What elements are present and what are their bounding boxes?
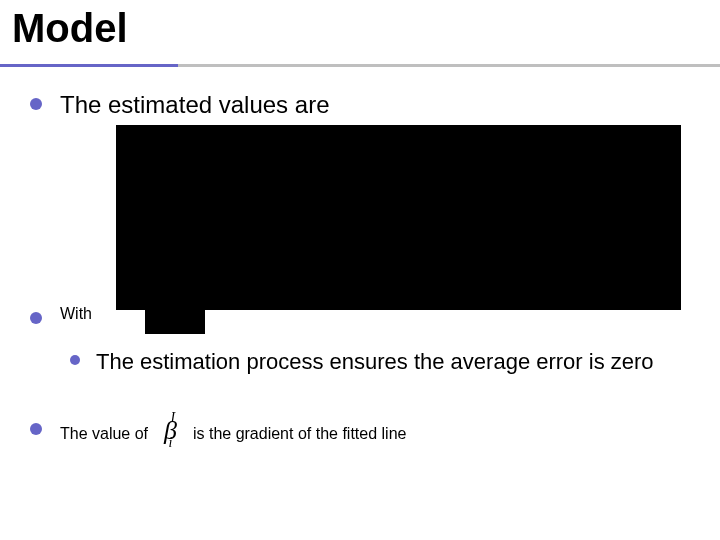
- bullet-2: With: [20, 304, 700, 324]
- bullet-1-text: The estimated values are: [60, 91, 329, 118]
- bullet-3-container: The value of β I i is the gradient of th…: [20, 415, 700, 458]
- bullet-1: The estimated values are: [20, 90, 700, 120]
- bullet-3-prefix: The value of: [60, 425, 153, 442]
- bullet-3-suffix: is the gradient of the fitted line: [193, 425, 406, 442]
- bullet-2-text: With: [60, 305, 92, 322]
- slide-title: Model: [12, 6, 128, 51]
- bullet-icon: [30, 423, 42, 435]
- title-underline-accent: [0, 64, 178, 67]
- bullet-2-sub-container: The estimation process ensures the avera…: [20, 342, 700, 382]
- math-superscript: I: [171, 409, 176, 427]
- math-subscript: i: [169, 434, 173, 452]
- slide-body: The estimated values are: [20, 90, 700, 130]
- redacted-block-small: [145, 302, 205, 334]
- slide: Model The estimated values are With The …: [0, 0, 720, 540]
- bullet-icon: [70, 355, 80, 365]
- bullet-icon: [30, 312, 42, 324]
- bullet-icon: [30, 98, 42, 110]
- bullet-2-sub: The estimation process ensures the avera…: [60, 348, 700, 376]
- bullet-2-sub-text: The estimation process ensures the avera…: [96, 349, 654, 374]
- redacted-block-large: [116, 125, 681, 310]
- bullet-3: The value of β I i is the gradient of th…: [20, 415, 700, 448]
- math-beta: β I i: [153, 415, 189, 448]
- bullet-2-container: With: [20, 304, 700, 334]
